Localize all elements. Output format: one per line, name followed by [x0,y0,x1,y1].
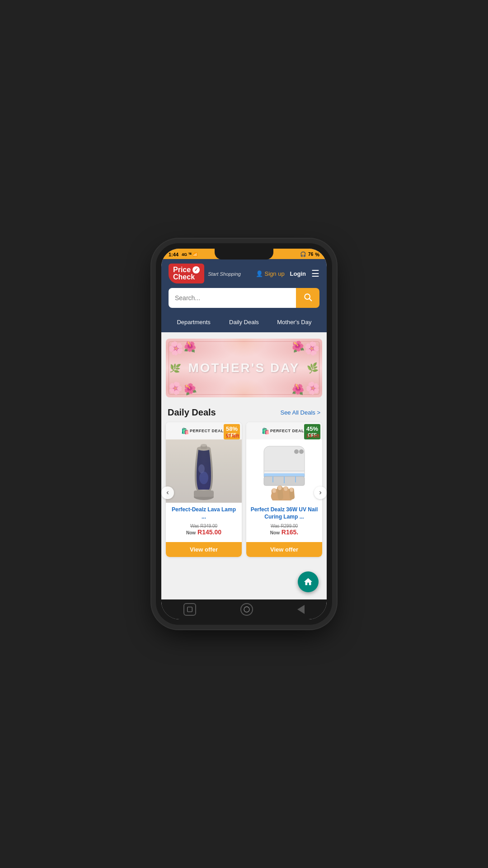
stock-left-2: 14 left [306,434,319,439]
nav-circle-button[interactable] [240,603,253,616]
uv-lamp-image [246,439,322,503]
status-right: 🎧 76 % [300,251,319,257]
shop-bag-icon-2: 🛍️ [262,427,269,434]
svg-point-10 [294,449,299,454]
daily-deals-header: Daily Deals See All Deals > [161,404,327,422]
shop-name-1: PERFECT DEALZ [190,429,226,433]
was-price-1: Was R349.00 [169,524,238,528]
tab-mothers-day[interactable]: Mother's Day [269,313,319,332]
sign-up-button[interactable]: 👤 Sign up [256,270,285,277]
product-2-shop-header: 🛍️ PERFECT DEALZ 45% OFF 14 left [246,422,322,439]
see-all-deals-link[interactable]: See All Deals > [280,409,320,416]
notch [215,249,273,259]
scene-background [166,439,242,503]
logo-price-text: Price ✓ [173,266,200,274]
user-icon: 👤 [256,270,263,277]
checkmark-badge: ✓ [192,266,200,274]
banner-title: MOTHER'S DAY [188,361,300,375]
nav-back-button[interactable] [297,605,305,614]
login-button[interactable]: Login [290,270,306,277]
square-icon [187,606,193,613]
products-row: 🛍️ PERFECT DEALZ 58% OFF 57 left [161,422,327,563]
search-icon [303,292,312,304]
scroll-content[interactable]: Price ✓ Check Start Shopping 👤 Sign up [161,259,327,599]
product-name-1: Perfect-Dealz Lava Lamp ... [169,506,238,521]
time-display: 1:44 [169,252,178,257]
product-name-2: Perfect Dealz 36W UV Nail Curing Lamp ..… [250,506,319,521]
now-price-1: Now R145.00 [169,528,238,536]
phone-screen: 1:44 4G ᵀ⁴ 📶 🎧 76 % Price [161,249,327,619]
prev-product-button[interactable] [161,486,174,499]
battery-display: 76 [308,252,313,257]
search-input[interactable] [169,288,296,308]
header-top: Price ✓ Check Start Shopping 👤 Sign up [169,264,319,283]
bottom-nav [161,599,327,619]
svg-point-11 [299,449,304,454]
price-area-1: Was R349.00 Now R145.00 [169,524,238,536]
home-icon [303,577,313,587]
product-card-uv-lamp: 🛍️ PERFECT DEALZ 45% OFF 14 left [246,422,322,557]
product-1-shop-header: 🛍️ PERFECT DEALZ 58% OFF 57 left [166,422,242,439]
nav-square-button[interactable] [183,603,196,616]
lava-lamp-image [166,439,242,503]
header: Price ✓ Check Start Shopping 👤 Sign up [161,259,327,332]
search-bar [169,288,319,308]
svg-rect-23 [290,487,293,492]
product-image-2 [246,439,322,503]
tagline: Start Shopping [208,271,241,277]
svg-point-28 [244,607,249,612]
tab-daily-deals[interactable]: Daily Deals [219,313,269,332]
logo: Price ✓ Check [169,264,204,283]
status-left: 1:44 4G ᵀ⁴ 📶 [169,252,197,257]
logo-area: Price ✓ Check Start Shopping [169,264,241,283]
shop-logo-1: 🛍️ PERFECT DEALZ [181,426,226,436]
next-product-button[interactable] [314,486,327,499]
price-area-2: Was R299.00 Now R165. [250,524,319,536]
svg-rect-27 [188,607,192,612]
logo-check-text: Check [173,274,195,281]
product-image-1 [166,439,242,503]
product-card-lava-lamp: 🛍️ PERFECT DEALZ 58% OFF 57 left [166,422,242,557]
hand-graphic [270,484,295,500]
svg-line-1 [310,298,312,301]
headphone-icon: 🎧 [300,251,306,257]
circle-icon [243,606,250,613]
flower-tr2: 🌺 [291,340,305,354]
sign-up-label: Sign up [265,270,285,277]
view-offer-button-1[interactable]: View offer [166,542,242,557]
was-price-2: Was R299.00 [250,524,319,528]
daily-deals-title: Daily Deals [168,407,216,418]
hamburger-menu-icon[interactable]: ☰ [311,269,319,278]
flower-ml: 🌿 [169,362,182,374]
mothers-day-banner[interactable]: 🌸 🌺 🌸 🌺 🌸 🌺 🌸 🌺 🌿 🌿 MOTHER'S DAY [166,339,322,397]
phone-frame: 1:44 4G ᵀ⁴ 📶 🎧 76 % Price [156,243,332,625]
product-info-1: Perfect-Dealz Lava Lamp ... Was R349.00 … [166,503,242,539]
flower-tl2: 🌺 [183,340,197,354]
header-actions: 👤 Sign up Login ☰ [256,269,319,278]
view-offer-button-2[interactable]: View offer [246,542,322,557]
battery-icon: % [315,252,319,257]
flower-br2: 🌺 [291,382,305,396]
home-fab[interactable] [298,571,319,592]
search-button[interactable] [296,288,319,308]
now-price-2: Now R165. [250,528,319,536]
flower-mr: 🌿 [306,362,319,374]
tab-departments[interactable]: Departments [169,313,219,332]
stock-left-1: 57 left [226,434,239,439]
shop-name-2: PERFECT DEALZ [270,429,307,433]
product-info-2: Perfect Dealz 36W UV Nail Curing Lamp ..… [246,503,322,539]
shop-bag-icon-1: 🛍️ [181,427,189,434]
uv-lamp-svg [259,442,309,500]
shop-logo-2: 🛍️ PERFECT DEALZ [262,426,307,436]
nav-tabs: Departments Daily Deals Mother's Day [169,313,319,332]
network-icon: 4G ᵀ⁴ 📶 [182,252,197,257]
